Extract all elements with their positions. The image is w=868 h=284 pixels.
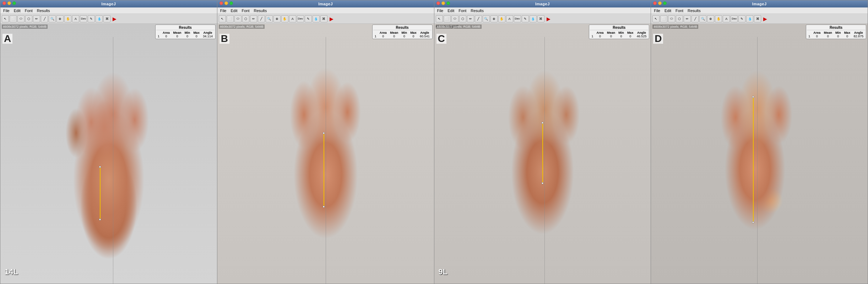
tool-select-b[interactable]: ⬜ — [227, 15, 234, 22]
menu-file-b[interactable]: File — [220, 9, 227, 13]
close-button-c[interactable] — [436, 1, 440, 5]
forward-arrow-c[interactable]: ▶ — [547, 16, 550, 22]
results-cell-5: 82.875 — [852, 34, 865, 38]
minimize-button-b[interactable] — [224, 1, 228, 5]
tool-freehand-a[interactable]: ✏ — [33, 15, 40, 22]
tool-text-a[interactable]: A — [72, 15, 79, 22]
tool-text-c[interactable]: A — [506, 15, 513, 22]
tool-hand-c[interactable]: ✋ — [498, 15, 505, 22]
window-controls-d[interactable] — [653, 1, 667, 5]
menu-font-a[interactable]: Font — [25, 9, 33, 13]
tool-select-c[interactable]: ⬜ — [444, 15, 451, 22]
forward-arrow-b[interactable]: ▶ — [330, 16, 333, 22]
tool-pencil-d[interactable]: ✎ — [738, 15, 745, 22]
tool-wand-b[interactable]: ⌘ — [320, 15, 327, 22]
tool-line-a[interactable]: ╱ — [41, 15, 48, 22]
tool-hand-a[interactable]: ✋ — [64, 15, 71, 22]
tool-line-c[interactable]: ╱ — [475, 15, 482, 22]
tool-line-d[interactable]: ╱ — [691, 15, 699, 22]
minimize-button-a[interactable] — [7, 1, 11, 5]
menu-results-a[interactable]: Results — [37, 9, 50, 13]
menu-edit-d[interactable]: Edit — [664, 9, 671, 13]
menu-edit-c[interactable]: Edit — [447, 9, 454, 13]
tool-text-b[interactable]: A — [289, 15, 296, 22]
results-header: Angle — [201, 31, 215, 34]
tool-hand-b[interactable]: ✋ — [281, 15, 288, 22]
tool-dev-a[interactable]: Dev — [80, 15, 87, 22]
tool-arrow-b[interactable]: ↖ — [219, 15, 226, 22]
menu-font-c[interactable]: Font — [459, 9, 466, 13]
maximize-button-a[interactable] — [12, 1, 16, 5]
tool-wand-d[interactable]: ⌘ — [754, 15, 761, 22]
maximize-button-c[interactable] — [446, 1, 450, 5]
maximize-button-b[interactable] — [229, 1, 233, 5]
close-button-b[interactable] — [219, 1, 223, 5]
tool-arrow-a[interactable]: ↖ — [2, 15, 9, 22]
menu-results-d[interactable]: Results — [688, 9, 701, 13]
image-area-a[interactable]: A 4608x3072 pixels; RGB; 54MB Results Ar… — [0, 24, 217, 284]
tool-wand-c[interactable]: ⌘ — [537, 15, 544, 22]
tool-polygon-c[interactable]: ⬡ — [459, 15, 466, 22]
menu-results-b[interactable]: Results — [254, 9, 267, 13]
menu-file-a[interactable]: File — [3, 9, 10, 13]
tool-wand-a[interactable]: ⌘ — [103, 15, 110, 22]
menu-edit-b[interactable]: Edit — [230, 9, 237, 13]
tool-dev-d[interactable]: Dev — [731, 15, 738, 22]
window-controls-b[interactable] — [219, 1, 233, 5]
tool-arrow-d[interactable]: ↖ — [652, 15, 660, 22]
tool-hand-d[interactable]: ✋ — [715, 15, 722, 22]
forward-arrow-a[interactable]: ▶ — [113, 16, 116, 22]
menu-font-b[interactable]: Font — [242, 9, 249, 13]
tool-dropper-c[interactable]: 💧 — [530, 15, 537, 22]
minimize-button-c[interactable] — [441, 1, 445, 5]
menu-results-c[interactable]: Results — [471, 9, 484, 13]
tool-freehand-d[interactable]: ✏ — [684, 15, 691, 22]
tool-select-d[interactable]: ⬜ — [660, 15, 667, 22]
menu-file-c[interactable]: File — [437, 9, 444, 13]
tool-pencil-c[interactable]: ✎ — [522, 15, 529, 22]
close-button-d[interactable] — [653, 1, 657, 5]
window-controls-c[interactable] — [436, 1, 450, 5]
panel-label-a: A — [2, 34, 12, 44]
titlebar-a: ImageJ — [0, 0, 217, 7]
tool-freehand-b[interactable]: ✏ — [250, 15, 257, 22]
tool-oval-a[interactable]: ⬭ — [17, 15, 25, 22]
tool-pencil-b[interactable]: ✎ — [305, 15, 312, 22]
tool-select-a[interactable]: ⬜ — [10, 15, 17, 22]
image-area-d[interactable]: D 4608x3072 pixels; RGB; 54MB Results Ar… — [651, 24, 868, 284]
window-controls-a[interactable] — [2, 1, 16, 5]
tool-zoom-b[interactable]: ⊕ — [273, 15, 281, 22]
tool-zoom-a[interactable]: ⊕ — [56, 15, 64, 22]
tool-dev-b[interactable]: Dev — [297, 15, 304, 22]
tool-oval-c[interactable]: ⬭ — [451, 15, 459, 22]
tool-zoom-d[interactable]: ⊕ — [707, 15, 714, 22]
menu-edit-a[interactable]: Edit — [14, 9, 21, 13]
tool-polygon-a[interactable]: ⬡ — [25, 15, 32, 22]
tool-arrow-c[interactable]: ↖ — [436, 15, 443, 22]
menu-file-d[interactable]: File — [654, 9, 660, 13]
image-area-b[interactable]: B 4608x3072 pixels; RGB; 54MB Results Ar… — [217, 24, 434, 284]
forward-arrow-d[interactable]: ▶ — [763, 16, 767, 22]
minimize-button-d[interactable] — [658, 1, 662, 5]
tool-dropper-a[interactable]: 💧 — [96, 15, 103, 22]
tool-magnify-d[interactable]: 🔍 — [699, 15, 706, 22]
tool-dropper-d[interactable]: 💧 — [746, 15, 753, 22]
menu-font-d[interactable]: Font — [676, 9, 683, 13]
maximize-button-d[interactable] — [663, 1, 667, 5]
tool-dev-c[interactable]: Dev — [514, 15, 521, 22]
tool-oval-d[interactable]: ⬭ — [668, 15, 675, 22]
tool-oval-b[interactable]: ⬭ — [234, 15, 242, 22]
tool-line-b[interactable]: ╱ — [258, 15, 265, 22]
tool-dropper-b[interactable]: 💧 — [313, 15, 320, 22]
tool-freehand-c[interactable]: ✏ — [467, 15, 474, 22]
tool-polygon-b[interactable]: ⬡ — [242, 15, 249, 22]
tool-text-d[interactable]: A — [723, 15, 730, 22]
tool-polygon-d[interactable]: ⬡ — [676, 15, 683, 22]
tool-magnify-a[interactable]: 🔍 — [49, 15, 56, 22]
tool-magnify-b[interactable]: 🔍 — [266, 15, 273, 22]
image-area-c[interactable]: ick to configure) C 4608x3072 pixels; RG… — [434, 24, 651, 284]
tool-zoom-c[interactable]: ⊕ — [490, 15, 498, 22]
tool-pencil-a[interactable]: ✎ — [88, 15, 95, 22]
tool-magnify-c[interactable]: 🔍 — [483, 15, 490, 22]
close-button-a[interactable] — [2, 1, 6, 5]
